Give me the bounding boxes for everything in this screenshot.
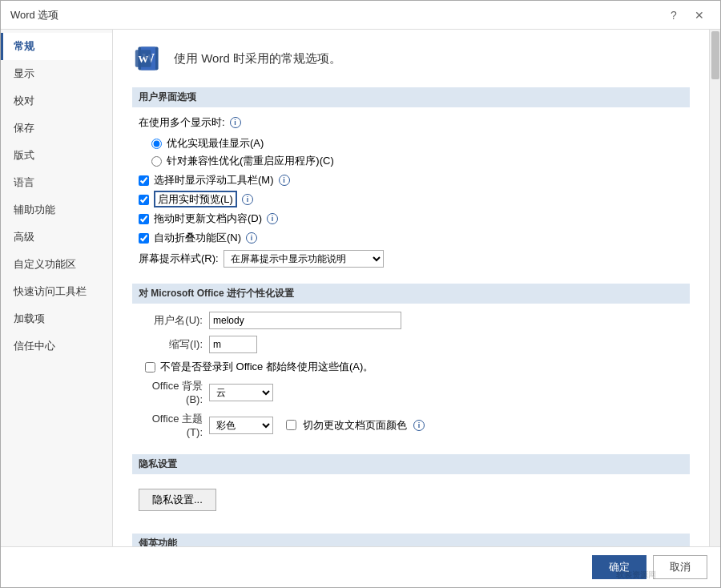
sidebar: 常规 显示 校对 保存 版式 语言 辅助功能 高级 [1,30,113,546]
personalization-content: 用户名(U): 缩写(I): 不管是否登录到 Office 都始终使用这些值(A… [132,312,690,438]
radio-optimize-row: 优化实现最佳显示(A) [151,136,683,151]
sidebar-item-save[interactable]: 保存 [1,115,112,142]
screentip-row: 屏幕提示样式(R): 在屏幕提示中显示功能说明 不在屏幕提示中显示功能说明 不显… [139,250,683,268]
cb-always-use-row: 不管是否登录到 Office 都始终使用这些值(A)。 [139,360,683,374]
radio-optimize[interactable] [151,139,162,149]
help-button[interactable]: ? [663,4,685,26]
personalization-header: 对 Microsoft Office 进行个性化设置 [132,284,690,304]
office-bg-dropdown[interactable]: 云 无背景 线条和条纹 [209,384,273,401]
close-button[interactable]: ✕ [688,4,711,26]
cb-enable-preview-label[interactable]: 启用实时预览(L) [154,192,237,207]
dialog-footer: 软装资源网 确定 取消 [1,546,720,587]
office-bg-row: Office 背景(B): 云 无背景 线条和条纹 [139,379,683,405]
sidebar-item-accessibility[interactable]: 辅助功能 [1,196,112,224]
initials-row: 缩写(I): [139,336,683,353]
sidebar-item-proofing[interactable]: 校对 [1,87,112,115]
privacy-header: 隐私设置 [132,454,690,474]
cb-always-use-label[interactable]: 不管是否登录到 Office 都始终使用这些值(A)。 [160,360,373,374]
screentip-dropdown[interactable]: 在屏幕提示中显示功能说明 不在屏幕提示中显示功能说明 不显示屏幕提示 [224,250,384,268]
multi-display-info-icon[interactable]: i [230,117,241,128]
cb-show-floating-toolbar[interactable] [139,175,149,186]
cb-enable-preview-row: 启用实时预览(L) i [139,192,683,207]
multi-display-label: 在使用多个显示时: [139,115,225,130]
linkedin-section: 领英功能 在 Office 中使用领英功能，与你的专业人员网络保持联系，并随时了… [132,534,690,546]
page-icon: W W [132,42,164,75]
radio-compatible[interactable] [151,156,162,167]
enable-preview-highlight: 启用实时预览(L) [154,191,237,207]
cb-update-on-drag[interactable] [139,214,149,224]
page-header: W W 使用 Word 时采用的常规选项。 [132,42,690,75]
cb-collapse-ribbon[interactable] [139,233,149,244]
dialog-title: Word 选项 [10,8,58,22]
office-theme-row: Office 主题(T): 彩色 深灰色 黑色 白色 切勿更改文档页面颜色 i [139,412,683,438]
cb-collapse-ribbon-label[interactable]: 自动折叠功能区(N) [154,231,241,245]
office-theme-label: Office 主题(T): [139,412,203,438]
cb-collapse-ribbon-row: 自动折叠功能区(N) i [139,231,683,245]
multi-display-row: 在使用多个显示时: i [139,115,683,130]
cb-always-use[interactable] [145,362,155,373]
privacy-content: 隐私设置... [132,482,690,518]
username-label: 用户名(U): [139,313,203,328]
cb-no-change-color[interactable] [286,420,296,430]
radio-group-display: 优化实现最佳显示(A) 针对兼容性优化(需重启应用程序)(C) [139,136,683,168]
enable-preview-info-icon[interactable]: i [242,194,253,205]
username-input[interactable] [209,312,401,329]
ui-options-header: 用户界面选项 [132,87,690,107]
personalization-section: 对 Microsoft Office 进行个性化设置 用户名(U): 缩写(I)… [132,284,690,438]
sidebar-item-customize[interactable]: 自定义功能区 [1,251,112,278]
page-description: 使用 Word 时采用的常规选项。 [174,51,341,66]
word-options-dialog: Word 选项 ? ✕ 常规 显示 校对 保存 版式 [0,0,721,588]
cb-show-floating-label[interactable]: 选择时显示浮动工具栏(M) [154,173,274,187]
screentip-label: 屏幕提示样式(R): [139,252,219,266]
dialog-body: 常规 显示 校对 保存 版式 语言 辅助功能 高级 [1,30,720,546]
cancel-button[interactable]: 取消 [653,555,707,579]
initials-input[interactable] [209,336,257,353]
sidebar-item-trustcenter[interactable]: 信任中心 [1,332,112,360]
title-bar: Word 选项 ? ✕ [1,1,720,30]
username-row: 用户名(U): [139,312,683,329]
sidebar-item-display[interactable]: 显示 [1,60,112,87]
office-bg-label: Office 背景(B): [139,379,203,405]
main-content: W W 使用 Word 时采用的常规选项。 用户界面选项 在使用多个显示时: i [113,30,709,546]
initials-label: 缩写(I): [139,337,203,352]
privacy-section: 隐私设置 隐私设置... [132,454,690,518]
privacy-settings-button[interactable]: 隐私设置... [139,489,216,511]
ok-button[interactable]: 确定 [592,555,646,579]
no-change-color-info-icon[interactable]: i [413,420,425,431]
linkedin-header: 领英功能 [132,534,690,546]
sidebar-item-general[interactable]: 常规 [1,33,112,60]
sidebar-item-addins[interactable]: 加载项 [1,305,112,332]
radio-compatible-row: 针对兼容性优化(需重启应用程序)(C) [151,154,683,168]
sidebar-item-language[interactable]: 语言 [1,169,112,196]
office-theme-dropdown[interactable]: 彩色 深灰色 黑色 白色 [209,417,273,434]
sidebar-item-advanced[interactable]: 高级 [1,224,112,251]
cb-no-change-color-label[interactable]: 切勿更改文档页面颜色 [303,418,407,433]
sidebar-item-quickaccess[interactable]: 快速访问工具栏 [1,278,112,305]
collapse-ribbon-info-icon[interactable]: i [246,232,257,244]
scrollbar-track[interactable] [709,30,720,546]
scrollbar-thumb[interactable] [711,31,719,79]
radio-optimize-label[interactable]: 优化实现最佳显示(A) [167,136,264,151]
svg-text:W: W [138,54,148,65]
cb-show-floating-row: 选择时显示浮动工具栏(M) i [139,173,683,187]
ui-options-content: 在使用多个显示时: i 优化实现最佳显示(A) 针对兼容性优化(需重启应用程序)… [132,115,690,268]
cb-enable-preview[interactable] [139,195,149,205]
sidebar-item-layout[interactable]: 版式 [1,142,112,169]
show-floating-info-icon[interactable]: i [279,175,290,186]
title-actions: ? ✕ [663,4,711,26]
update-drag-info-icon[interactable]: i [267,213,278,224]
cb-update-drag-row: 拖动时更新文档内容(D) i [139,211,683,226]
title-bar-left: Word 选项 [10,8,58,22]
cb-update-on-drag-label[interactable]: 拖动时更新文档内容(D) [154,211,262,226]
radio-compatible-label[interactable]: 针对兼容性优化(需重启应用程序)(C) [167,154,334,168]
ui-options-section: 用户界面选项 在使用多个显示时: i 优化实现最佳显示(A) [132,87,690,268]
